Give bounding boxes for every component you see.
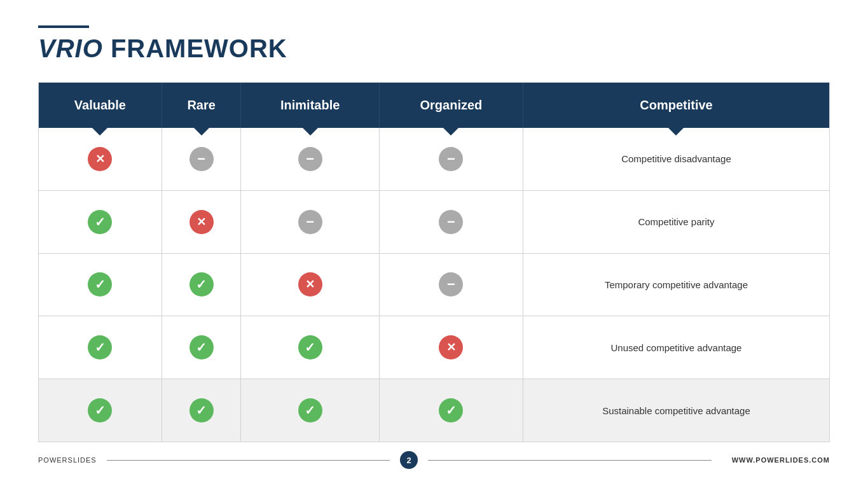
icon-container: ✓ [45, 272, 155, 296]
title-vrio: VRIO [38, 34, 103, 62]
cell-organized-3: − [379, 253, 523, 316]
page-container: VRIO FRAMEWORK Valuable Rare Inimitable … [0, 0, 868, 488]
table-header-row: Valuable Rare Inimitable Organized Compe… [39, 83, 829, 128]
table-row: ✓ ✓ ✕ − [39, 253, 829, 316]
icon-container: ✕ [45, 147, 155, 171]
cell-rare-3: ✓ [162, 253, 241, 316]
brand-light: SLIDES [68, 456, 97, 464]
cell-rare-2: ✕ [162, 190, 241, 253]
table-row: ✓ ✓ ✓ ✕ [39, 316, 829, 379]
footer-line-left [107, 460, 390, 461]
header-competitive: Competitive [523, 83, 829, 128]
icon-container: − [169, 147, 235, 171]
cell-valuable-2: ✓ [39, 190, 162, 253]
footer: POWERSLIDES 2 WWW.POWERLIDES.COM [38, 442, 830, 469]
icon-container: − [247, 147, 373, 171]
cell-valuable-3: ✓ [39, 253, 162, 316]
footer-website: WWW.POWERLIDES.COM [732, 456, 830, 464]
icon-container: ✓ [386, 398, 516, 422]
check-icon: ✓ [189, 398, 214, 422]
x-icon: ✕ [439, 335, 463, 359]
cell-outcome-3: Temporary competitive advantage [523, 253, 829, 316]
title-rest: FRAMEWORK [103, 34, 287, 62]
check-icon: ✓ [439, 398, 463, 422]
cell-outcome-4: Unused competitive advantage [523, 316, 829, 379]
cell-inimitable-4: ✓ [241, 316, 380, 379]
cell-inimitable-2: − [241, 190, 380, 253]
icon-container: − [386, 147, 516, 171]
icon-container: ✓ [169, 398, 235, 422]
minus-icon: − [439, 272, 463, 296]
minus-icon: − [298, 210, 322, 234]
footer-page-number: 2 [400, 451, 418, 469]
cell-outcome-1: Competitive disadvantage [523, 128, 829, 190]
cell-outcome-5: Sustainable competitive advantage [523, 379, 829, 442]
icon-container: ✓ [45, 210, 155, 234]
table-row: ✓ ✕ − − [39, 190, 829, 253]
footer-brand: POWERSLIDES [38, 456, 97, 464]
header-inimitable: Inimitable [241, 83, 380, 128]
cell-organized-1: − [379, 128, 523, 190]
icon-container: ✕ [386, 335, 516, 359]
title-area: VRIO FRAMEWORK [38, 25, 830, 63]
icon-container: ✓ [247, 398, 373, 422]
cell-organized-4: ✕ [379, 316, 523, 379]
check-icon: ✓ [298, 398, 322, 422]
table-row: ✓ ✓ ✓ ✓ [39, 379, 829, 442]
cell-valuable-1: ✕ [39, 128, 162, 190]
check-icon: ✓ [189, 272, 214, 296]
page-title: VRIO FRAMEWORK [38, 34, 830, 63]
cell-rare-4: ✓ [162, 316, 241, 379]
cell-outcome-2: Competitive parity [523, 190, 829, 253]
vrio-table: Valuable Rare Inimitable Organized Compe… [39, 83, 829, 442]
vrio-table-container: Valuable Rare Inimitable Organized Compe… [38, 82, 830, 442]
footer-line-right [428, 460, 712, 461]
icon-container: ✓ [169, 335, 235, 359]
cell-rare-1: − [162, 128, 241, 190]
minus-icon: − [189, 147, 214, 171]
x-icon: ✕ [298, 272, 322, 296]
check-icon: ✓ [189, 335, 214, 359]
minus-icon: − [439, 210, 463, 234]
cell-organized-5: ✓ [379, 379, 523, 442]
header-rare: Rare [162, 83, 241, 128]
cell-inimitable-1: − [241, 128, 380, 190]
x-icon: ✕ [189, 210, 214, 234]
cell-organized-2: − [379, 190, 523, 253]
x-icon: ✕ [88, 147, 112, 171]
icon-container: − [386, 272, 516, 296]
cell-valuable-5: ✓ [39, 379, 162, 442]
icon-container: ✓ [247, 335, 373, 359]
check-icon: ✓ [88, 335, 112, 359]
header-organized: Organized [379, 83, 523, 128]
check-icon: ✓ [88, 272, 112, 296]
icon-container: ✕ [247, 272, 373, 296]
minus-icon: − [439, 147, 463, 171]
check-icon: ✓ [88, 210, 112, 234]
cell-rare-5: ✓ [162, 379, 241, 442]
header-valuable: Valuable [39, 83, 162, 128]
icon-container: − [247, 210, 373, 234]
title-bar [38, 25, 89, 28]
minus-icon: − [298, 147, 322, 171]
icon-container: ✓ [169, 272, 235, 296]
icon-container: − [386, 210, 516, 234]
icon-container: ✓ [45, 398, 155, 422]
icon-container: ✓ [45, 335, 155, 359]
table-row: ✕ − − − [39, 128, 829, 190]
check-icon: ✓ [88, 398, 112, 422]
cell-valuable-4: ✓ [39, 316, 162, 379]
brand-bold: POWER [38, 456, 68, 464]
cell-inimitable-3: ✕ [241, 253, 380, 316]
check-icon: ✓ [298, 335, 322, 359]
cell-inimitable-5: ✓ [241, 379, 380, 442]
icon-container: ✕ [169, 210, 235, 234]
